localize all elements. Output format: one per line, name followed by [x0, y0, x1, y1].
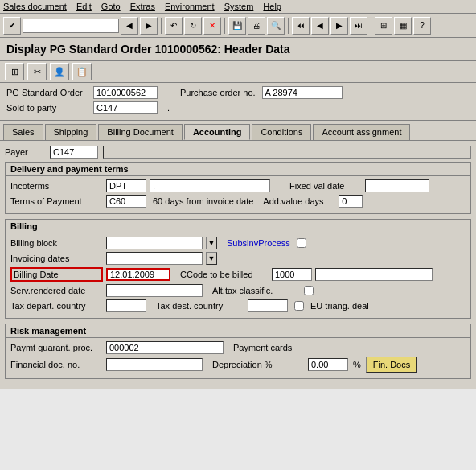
- paymt-guarant-input[interactable]: [106, 341, 224, 354]
- purchase-order-label: Purchase order no.: [180, 88, 256, 97]
- toolbar-sep-4: [371, 18, 371, 34]
- menu-extras[interactable]: Extras: [130, 2, 155, 11]
- tab-conditions[interactable]: Conditions: [252, 124, 311, 140]
- eu-triang-checkbox[interactable]: [294, 301, 304, 311]
- billing-date-input[interactable]: [106, 268, 170, 281]
- toolbar-print-btn[interactable]: 🖨: [248, 17, 265, 35]
- terms-payment-label: Terms of Payment: [10, 196, 103, 206]
- delivery-payment-section: Delivery and payment terms Incoterms Fix…: [5, 162, 471, 214]
- incoterms-desc-input[interactable]: [150, 179, 270, 192]
- toolbar-grid-btn[interactable]: ▦: [394, 17, 412, 35]
- financial-doc-label: Financial doc. no.: [10, 360, 103, 369]
- toolbar-sep-2: [224, 18, 225, 34]
- toolbar: ✔ ◀ ▶ ↶ ↻ ✕ 💾 🖨 🔍 ⏮ ◀ ▶ ⏭ ⊞ ▦ ?: [0, 14, 476, 38]
- menu-system[interactable]: System: [224, 2, 254, 11]
- payer-row: Payer: [5, 146, 471, 159]
- toolbar-sep-1: [161, 18, 162, 34]
- toolbar-nav-input[interactable]: [23, 19, 119, 33]
- toolbar-page-last-btn[interactable]: ⏭: [350, 17, 367, 35]
- icon-bar-btn-1[interactable]: ⊞: [5, 63, 24, 80]
- add-value-days-input[interactable]: [339, 195, 363, 208]
- incoterms-input[interactable]: [106, 179, 146, 192]
- tab-account-assignment[interactable]: Account assignment: [313, 124, 410, 140]
- menu-sales-document[interactable]: Sales document: [3, 2, 67, 11]
- terms-payment-row: Terms of Payment 60 days from invoice da…: [10, 195, 466, 208]
- icon-bar-btn-2[interactable]: ✂: [27, 63, 47, 80]
- toolbar-find-btn[interactable]: 🔍: [267, 17, 285, 35]
- billing-date-label: Billing Date: [10, 267, 103, 282]
- header-fields: PG Standard Order 1010000562 Purchase or…: [0, 83, 476, 121]
- toolbar-right-btn[interactable]: ▶: [140, 17, 158, 35]
- payment-cards-label: Payment cards: [233, 343, 326, 352]
- sold-to-party-value: C147: [93, 101, 158, 114]
- tab-shipping[interactable]: Shipping: [45, 124, 97, 140]
- payer-label: Payer: [5, 147, 45, 157]
- menu-environment[interactable]: Environment: [165, 2, 215, 11]
- fixed-val-date-input[interactable]: [365, 179, 429, 192]
- tax-dest-input[interactable]: [248, 299, 288, 312]
- toolbar-left-btn[interactable]: ◀: [121, 17, 138, 35]
- menu-goto[interactable]: Goto: [101, 2, 121, 11]
- alt-tax-checkbox[interactable]: [304, 286, 314, 295]
- toolbar-page-first-btn[interactable]: ⏮: [292, 17, 310, 35]
- risk-management-section: Risk management Paymt guarant. proc. Pay…: [5, 324, 471, 379]
- risk-management-label: Risk management: [10, 326, 86, 336]
- billing-block-dropdown[interactable]: ▼: [206, 237, 217, 249]
- toolbar-back-btn[interactable]: ↶: [165, 17, 183, 35]
- tax-depart-row: Tax depart. country Tax dest. country EU…: [10, 299, 466, 312]
- delivery-payment-label: Delivery and payment terms: [10, 164, 129, 174]
- financial-doc-input[interactable]: [106, 358, 203, 371]
- toolbar-stop-btn[interactable]: ✕: [203, 17, 221, 35]
- toolbar-refresh-btn[interactable]: ↻: [184, 17, 202, 35]
- financial-doc-row: Financial doc. no. Depreciation % % Fin.…: [10, 357, 466, 373]
- tax-depart-input[interactable]: [106, 299, 146, 312]
- toolbar-page-prev-btn[interactable]: ◀: [311, 17, 329, 35]
- tax-dest-label: Tax dest. country: [156, 301, 244, 311]
- menu-help[interactable]: Help: [263, 2, 281, 11]
- toolbar-check-btn[interactable]: ✔: [3, 17, 21, 35]
- serv-rendered-input[interactable]: [106, 284, 203, 297]
- toolbar-save-btn[interactable]: 💾: [228, 17, 246, 35]
- toolbar-sep-3: [288, 18, 289, 34]
- menu-edit[interactable]: Edit: [76, 2, 92, 11]
- subsln-checkbox[interactable]: [297, 238, 306, 248]
- terms-payment-input[interactable]: [106, 195, 146, 208]
- tab-sales[interactable]: Sales: [3, 124, 43, 140]
- toolbar-layout-btn[interactable]: ⊞: [375, 17, 392, 35]
- sold-to-party-row: Sold-to party C147 .: [6, 101, 470, 114]
- depreciation-input[interactable]: [308, 358, 348, 371]
- page-title: Display PG Standard Order 1010000562: He…: [0, 38, 476, 61]
- billing-block-label: Billing block: [10, 238, 103, 248]
- delivery-payment-header: Delivery and payment terms: [6, 163, 470, 176]
- fin-docs-button[interactable]: Fin. Docs: [366, 357, 417, 373]
- billing-block-input[interactable]: [106, 237, 203, 249]
- terms-payment-desc: 60 days from invoice date: [153, 196, 253, 206]
- risk-management-header: Risk management: [6, 324, 470, 338]
- toolbar-help-btn[interactable]: ?: [413, 17, 431, 35]
- pg-standard-order-label: PG Standard Order: [6, 88, 87, 97]
- icon-bar-btn-4[interactable]: 📋: [72, 63, 92, 80]
- invoicing-dates-label: Invoicing dates: [10, 254, 103, 263]
- content-area: Payer Delivery and payment terms Incoter…: [0, 140, 476, 389]
- billing-header: Billing: [6, 220, 470, 233]
- eu-triang-label: EU triang. deal: [310, 301, 369, 311]
- add-value-days-label: Add.value days: [263, 196, 335, 206]
- alt-tax-label: Alt.tax classific.: [212, 286, 301, 295]
- percent-sign: %: [353, 360, 361, 369]
- payer-input[interactable]: [50, 146, 98, 159]
- invoicing-dates-input[interactable]: [106, 252, 203, 265]
- billing-date-row: Billing Date CCode to be billed: [10, 267, 466, 282]
- serv-rendered-label: Serv.rendered date: [10, 286, 103, 295]
- fixed-val-date-label: Fixed val.date: [289, 181, 362, 191]
- ccode-input[interactable]: [272, 268, 312, 281]
- billing-label: Billing: [10, 221, 38, 231]
- invoicing-dates-dropdown[interactable]: ▼: [206, 252, 217, 265]
- tab-accounting[interactable]: Accounting: [184, 124, 251, 140]
- ccode-label: CCode to be billed: [180, 270, 269, 279]
- icon-bar-btn-3[interactable]: 👤: [50, 63, 69, 80]
- payer-bar: [103, 146, 471, 159]
- tab-billing-document[interactable]: Billing Document: [98, 124, 183, 140]
- toolbar-page-next-btn[interactable]: ▶: [330, 17, 348, 35]
- ccode-extra-input[interactable]: [315, 268, 433, 281]
- paymt-guarant-label: Paymt guarant. proc.: [10, 343, 103, 352]
